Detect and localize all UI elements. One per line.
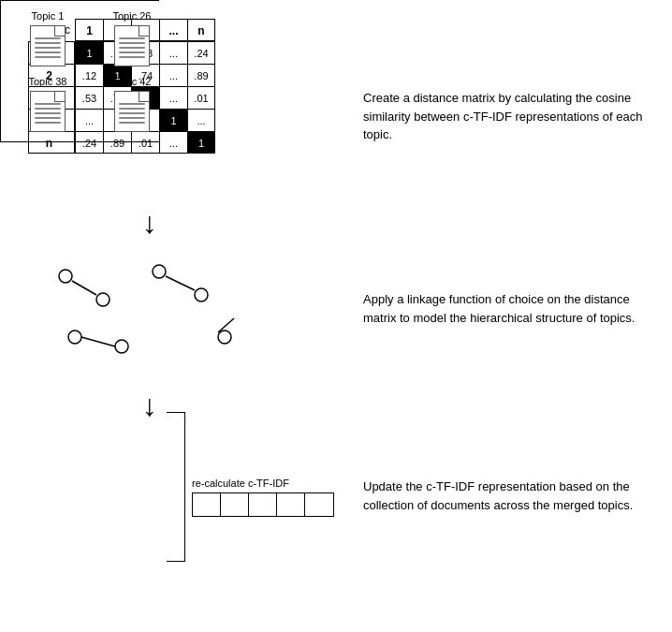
- doc-icon: [114, 25, 150, 66]
- doc-label: Topic 1: [32, 10, 65, 22]
- svg-line-7: [72, 281, 96, 295]
- doc-icon: [114, 91, 150, 132]
- recalc-bar: [192, 492, 334, 517]
- svg-point-4: [68, 331, 81, 344]
- svg-point-5: [115, 340, 128, 353]
- topic-documents-grid: Topic 1Topic 26Topic 38Topic 42: [0, 0, 159, 142]
- arrow-down-2: ↓: [131, 389, 168, 423]
- cluster-diagram: [19, 248, 299, 360]
- description-1: Create a distance matrix by calculating …: [363, 89, 653, 144]
- svg-line-9: [81, 337, 115, 346]
- matrix-cell: ...: [159, 131, 187, 154]
- matrix-col-header: n: [187, 19, 215, 41]
- svg-point-3: [195, 288, 208, 301]
- recalc-section: re-calculate c-TF-IDF: [192, 478, 334, 517]
- recalc-label: re-calculate c-TF-IDF: [192, 478, 334, 489]
- doc-label: Topic 26: [113, 10, 152, 22]
- doc-item: Topic 42: [95, 76, 169, 132]
- arrow-down-1: ↓: [131, 206, 168, 241]
- svg-point-0: [59, 270, 72, 283]
- svg-point-6: [218, 331, 231, 344]
- matrix-cell: .89: [187, 64, 215, 86]
- description-2: Apply a linkage function of choice on th…: [363, 290, 653, 327]
- svg-point-2: [153, 265, 166, 278]
- doc-item: Topic 38: [10, 76, 85, 132]
- matrix-cell: .01: [187, 86, 215, 109]
- description-3: Update the c-TF-IDF representation based…: [363, 478, 653, 514]
- recalc-cell: [305, 493, 333, 516]
- doc-item: Topic 1: [10, 10, 85, 66]
- matrix-cell: .24: [187, 41, 215, 64]
- bracket-line: [167, 412, 185, 562]
- recalc-cell: [193, 493, 221, 516]
- doc-label: Topic 42: [113, 76, 152, 87]
- matrix-cell: ...: [187, 109, 215, 131]
- recalc-cell: [277, 493, 305, 516]
- doc-label: Topic 38: [29, 76, 67, 87]
- doc-icon: [30, 91, 66, 132]
- matrix-cell: 1: [187, 131, 215, 154]
- recalc-cell: [249, 493, 277, 516]
- svg-point-1: [96, 293, 110, 306]
- recalc-cell: [221, 493, 249, 516]
- doc-item: Topic 26: [95, 10, 169, 66]
- svg-line-8: [166, 276, 195, 290]
- doc-icon: [30, 25, 66, 66]
